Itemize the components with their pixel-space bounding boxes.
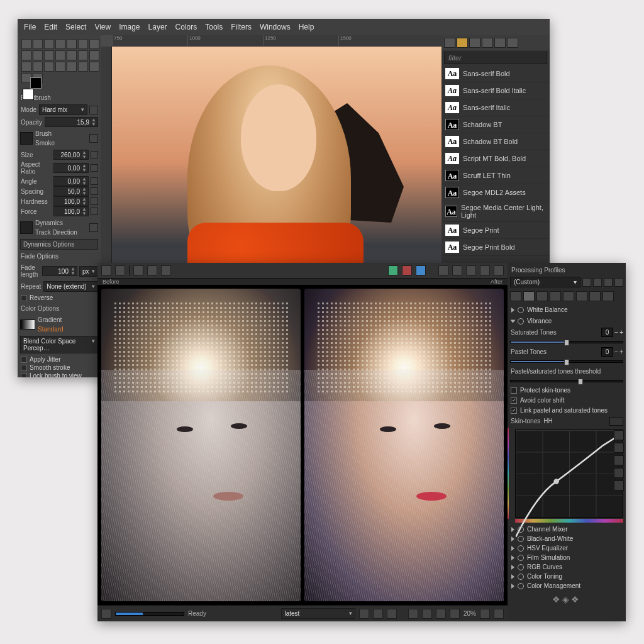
prop-spinner[interactable]: ▲▼ [53,196,89,206]
curve-type-icon[interactable] [609,417,623,426]
menu-tools[interactable]: Tools [205,23,223,31]
dynamics-options[interactable]: Dynamics Options [20,239,98,250]
font-item[interactable]: AaSegoe Print Bold [441,239,550,256]
section-item[interactable]: Film Simulation [510,553,623,562]
warning-icon[interactable] [438,265,448,275]
avoid-shift-check[interactable]: ✓Avoid color shift [510,396,623,404]
dock-tabs[interactable] [441,35,550,50]
prop-spinner[interactable]: ▲▼ [53,150,89,160]
section-white-balance[interactable]: White Balance [510,305,623,314]
menu-windows[interactable]: Windows [260,23,291,31]
zoom-in-icon[interactable] [450,609,460,619]
font-item[interactable]: AaSans-serif Bold Italic [441,82,550,99]
reverse-check[interactable]: Reverse [20,294,98,302]
profile-select[interactable]: (Custom)▾ [510,277,580,287]
zoom-out-icon[interactable] [408,609,418,619]
font-item[interactable]: AaScruff LET Thin [441,167,550,184]
section-vibrance[interactable]: Vibrance [510,316,623,326]
sync-icon[interactable] [387,609,397,619]
font-filter-input[interactable]: filter [444,52,547,64]
reset-icon[interactable] [91,197,98,205]
flip-v-icon[interactable] [494,265,504,275]
rotate-left-icon[interactable] [452,265,462,275]
fade-unit[interactable]: px [79,266,98,277]
gradient-preview-icon[interactable] [20,319,35,330]
reset-icon[interactable] [91,151,98,158]
section-item[interactable]: HSV Equalizer [510,543,623,553]
reset-icon[interactable] [91,164,98,172]
font-item[interactable]: AaSans-serif Bold [441,65,550,82]
menu-view[interactable]: View [94,23,111,31]
prop-spinner[interactable]: ▲▼ [53,176,89,186]
fade-length-spinner[interactable]: ▲▼ [42,266,77,276]
reset-icon[interactable] [89,106,98,114]
option-check[interactable]: Lock brush to view [20,372,98,377]
reset-icon[interactable] [91,177,98,185]
hh-curve[interactable] [515,430,623,518]
dynamics-edit-icon[interactable] [89,223,98,232]
brush-preview-icon[interactable] [20,132,33,145]
reset-icon[interactable] [91,208,98,215]
hand-tool-icon[interactable] [101,265,111,275]
section-item[interactable]: Color Management [510,581,623,591]
flip-h-icon[interactable] [480,265,490,275]
link-tones-check[interactable]: ✓Link pastel and saturated tones [510,406,623,414]
mode-select[interactable]: Hard mix [39,104,87,115]
dynamics-icon[interactable] [20,221,33,234]
section-item[interactable]: Color Toning [510,572,623,581]
menu-colors[interactable]: Colors [175,23,197,31]
option-check[interactable]: Apply Jitter [20,355,98,364]
prev-icon[interactable] [359,609,369,619]
blend-space-select[interactable]: Blend Color Space Percep… [20,336,98,353]
queue-icon[interactable] [101,609,111,619]
profile-copy-icon[interactable] [604,278,613,287]
preview-area[interactable] [97,285,508,605]
threshold-slider[interactable] [510,380,623,382]
font-item[interactable]: AaSans-serif Italic [441,99,550,116]
prop-spinner[interactable]: ▲▼ [53,186,89,196]
section-item[interactable]: RGB Curves [510,562,623,572]
new-window-icon[interactable] [480,609,490,619]
pastel-value[interactable]: 0−+ [601,347,623,357]
menu-image[interactable]: Image [119,23,140,31]
profile-paste-icon[interactable] [614,278,623,287]
menu-select[interactable]: Select [65,23,86,31]
brush-edit-icon[interactable] [89,134,98,143]
saturated-slider[interactable] [510,341,623,343]
pastel-slider[interactable] [510,360,623,363]
zoom-value: 20% [464,610,476,617]
reset-icon[interactable] [91,187,98,195]
curve-tools[interactable] [614,430,624,491]
font-item[interactable]: AaSchadow BT [441,116,550,133]
next-icon[interactable] [373,609,383,619]
prop-spinner[interactable]: ▲▼ [53,163,89,173]
straighten-tool-icon[interactable] [147,265,157,275]
font-item[interactable]: AaScript MT Bold, Bold [441,150,550,167]
font-item[interactable]: AaSegoe Print [441,222,550,239]
option-check[interactable]: Smooth stroke [20,364,98,372]
zoom-fit-icon[interactable] [422,609,432,619]
font-item[interactable]: AaSegoe Media Center Light, Light [441,201,550,222]
before-after-icon[interactable] [494,609,504,619]
menu-layer[interactable]: Layer [148,23,167,31]
rotate-right-icon[interactable] [466,265,476,275]
menu-help[interactable]: Help [299,23,314,31]
zoom-100-icon[interactable] [436,609,446,619]
crop-tool-icon[interactable] [133,265,143,275]
font-item[interactable]: AaSchadow BT Bold [441,133,550,150]
menu-file[interactable]: File [24,23,36,31]
profile-save-icon[interactable] [582,278,591,287]
menu-filters[interactable]: Filters [231,23,252,31]
picker-tool-icon[interactable] [115,265,125,275]
protect-skin-check[interactable]: Protect skin-tones [510,386,623,394]
profile-load-icon[interactable] [593,278,602,287]
panel-tabs[interactable] [510,289,623,303]
saturated-value[interactable]: 0−+ [601,328,623,337]
nav-select[interactable]: latest [281,608,355,619]
repeat-select[interactable]: None (extend) [43,281,98,292]
spot-tool-icon[interactable] [161,265,171,275]
opacity-spinner[interactable]: ▲▼ [45,117,98,127]
font-item[interactable]: AaSegoe MDL2 Assets [441,184,550,201]
menu-edit[interactable]: Edit [44,23,57,31]
prop-spinner[interactable]: ▲▼ [53,206,89,216]
